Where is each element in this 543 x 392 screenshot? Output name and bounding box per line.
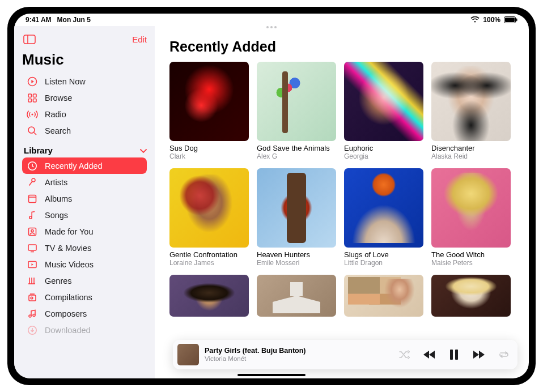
sidebar-item-recently-added[interactable]: Recently Added bbox=[22, 157, 147, 174]
pause-button[interactable] bbox=[449, 350, 459, 360]
status-time: 9:41 AM bbox=[26, 16, 52, 24]
album-title: Gentle Confrontation bbox=[169, 250, 249, 259]
next-button[interactable] bbox=[472, 350, 485, 359]
album-title: The Good Witch bbox=[431, 250, 511, 259]
album-artist: Little Dragon bbox=[344, 259, 423, 267]
album-artist: Maisie Peters bbox=[431, 259, 511, 267]
play-circle-icon bbox=[27, 76, 38, 87]
album-cover bbox=[169, 275, 249, 317]
previous-button[interactable] bbox=[423, 350, 436, 359]
album-title: Heaven Hunters bbox=[257, 250, 336, 259]
svg-point-11 bbox=[28, 127, 35, 133]
album-title: Sus Dog bbox=[169, 144, 249, 152]
sidebar-item-label: Artists bbox=[45, 178, 67, 187]
album-item[interactable] bbox=[431, 275, 511, 317]
svg-rect-3 bbox=[24, 35, 35, 44]
shuffle-button[interactable] bbox=[398, 350, 410, 359]
video-icon bbox=[27, 259, 38, 270]
status-bar: 9:41 AM Mon Jun 5 100% bbox=[14, 14, 529, 26]
svg-rect-8 bbox=[28, 99, 32, 102]
sidebar-item-artists[interactable]: Artists bbox=[22, 174, 147, 190]
home-indicator[interactable] bbox=[237, 374, 306, 376]
compilation-icon bbox=[27, 292, 38, 303]
wifi-icon bbox=[470, 16, 480, 23]
album-item[interactable]: Heaven Hunters Emile Mosseri bbox=[257, 168, 336, 267]
now-playing-title: Party Girls (feat. Buju Banton) bbox=[205, 347, 306, 355]
page-title: Recently Added bbox=[169, 39, 516, 55]
svg-line-15 bbox=[29, 181, 32, 185]
music-app: Edit Music Listen Now Browse Radio bbox=[14, 26, 529, 378]
album-item[interactable]: Euphoric Georgia bbox=[344, 62, 423, 160]
sidebar-item-label: Music Videos bbox=[45, 260, 94, 269]
sidebar-item-tv-movies[interactable]: TV & Movies bbox=[22, 240, 147, 256]
sidebar-item-label: Listen Now bbox=[45, 77, 86, 86]
album-item[interactable] bbox=[257, 275, 336, 317]
svg-point-20 bbox=[31, 229, 33, 232]
album-title: Euphoric bbox=[344, 144, 423, 152]
battery-icon bbox=[504, 16, 517, 23]
app-title: Music bbox=[22, 51, 147, 69]
sidebar-toggle-button[interactable] bbox=[22, 33, 37, 45]
album-item[interactable]: Slugs of Love Little Dragon bbox=[344, 168, 423, 267]
sidebar-item-music-videos[interactable]: Music Videos bbox=[22, 256, 147, 272]
album-cover bbox=[431, 168, 511, 248]
album-item[interactable]: God Save the Animals Alex G bbox=[257, 62, 336, 160]
sidebar-item-label: Songs bbox=[45, 211, 68, 220]
sidebar-item-listen-now[interactable]: Listen Now bbox=[22, 73, 147, 90]
now-playing-bar[interactable]: Party Girls (feat. Buju Banton) Victoria… bbox=[173, 340, 517, 369]
svg-point-10 bbox=[31, 113, 33, 115]
album-item[interactable]: Sus Dog Clark bbox=[169, 62, 249, 160]
sidebar-item-label: Downloaded bbox=[45, 326, 91, 335]
album-item[interactable]: Gentle Confrontation Loraine James bbox=[169, 168, 249, 267]
svg-rect-1 bbox=[505, 18, 515, 22]
sidebar-item-browse[interactable]: Browse bbox=[22, 90, 147, 106]
sidebar-item-downloaded[interactable]: Downloaded bbox=[22, 322, 147, 338]
now-playing-cover bbox=[177, 344, 199, 365]
album-artist: Loraine James bbox=[169, 259, 249, 267]
composer-icon bbox=[27, 308, 38, 319]
microphone-icon bbox=[27, 177, 38, 188]
sidebar-item-genres[interactable]: Genres bbox=[22, 272, 147, 289]
album-grid: Sus Dog Clark God Save the Animals Alex … bbox=[169, 62, 516, 317]
album-cover bbox=[257, 62, 336, 141]
download-icon bbox=[27, 325, 38, 336]
album-item[interactable]: Disenchanter Alaska Reid bbox=[431, 62, 511, 160]
chevron-down-icon bbox=[140, 146, 147, 155]
album-artist: Georgia bbox=[344, 152, 423, 160]
sidebar-item-label: Radio bbox=[45, 110, 66, 119]
album-title: God Save the Animals bbox=[257, 144, 336, 152]
album-cover bbox=[344, 62, 423, 141]
guitar-icon bbox=[27, 275, 38, 287]
sidebar-item-label: Compilations bbox=[45, 293, 92, 302]
album-item[interactable] bbox=[344, 275, 423, 317]
svg-rect-34 bbox=[450, 350, 453, 360]
album-cover bbox=[344, 275, 423, 317]
tv-icon bbox=[27, 242, 38, 254]
sidebar-item-search[interactable]: Search bbox=[22, 122, 147, 139]
sidebar-item-made-for-you[interactable]: Made for You bbox=[22, 223, 147, 240]
sidebar-item-songs[interactable]: Songs bbox=[22, 207, 147, 223]
album-icon bbox=[27, 193, 38, 204]
edit-button[interactable]: Edit bbox=[132, 35, 147, 44]
sidebar-item-composers[interactable]: Composers bbox=[22, 305, 147, 322]
now-playing-artist: Victoria Monét bbox=[205, 355, 306, 363]
svg-line-12 bbox=[34, 133, 36, 135]
album-cover bbox=[344, 168, 423, 248]
svg-rect-35 bbox=[455, 350, 458, 360]
library-section-label: Library bbox=[24, 146, 53, 155]
sidebar-item-albums[interactable]: Albums bbox=[22, 190, 147, 207]
album-title: Slugs of Love bbox=[344, 250, 423, 259]
person-square-icon bbox=[27, 226, 38, 237]
grid-icon bbox=[27, 92, 38, 104]
main-content: Recently Added Sus Dog Clark God Save th… bbox=[155, 26, 529, 378]
sidebar-item-compilations[interactable]: Compilations bbox=[22, 289, 147, 305]
library-section-header[interactable]: Library bbox=[24, 146, 147, 155]
album-item[interactable] bbox=[169, 275, 249, 317]
album-item[interactable]: The Good Witch Maisie Peters bbox=[431, 168, 511, 267]
sidebar-item-radio[interactable]: Radio bbox=[22, 106, 147, 122]
sidebar-item-label: Genres bbox=[45, 276, 72, 286]
album-artist: Alaska Reid bbox=[431, 152, 511, 160]
repeat-button[interactable] bbox=[498, 350, 510, 359]
sidebar-item-label: Search bbox=[45, 126, 71, 135]
svg-point-14 bbox=[32, 178, 35, 182]
